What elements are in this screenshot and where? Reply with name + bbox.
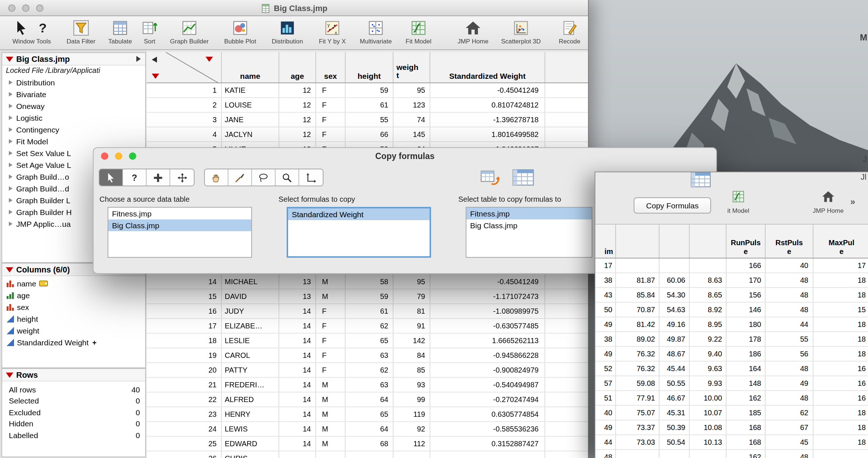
- column-item-standardized-weight[interactable]: Standardized Weight+: [2, 337, 145, 348]
- table-row[interactable]: 2LOUISE12F611230.8107424812: [147, 98, 589, 113]
- data-table-icon[interactable]: [690, 172, 711, 188]
- column-header-weight[interactable]: weigh t: [393, 52, 430, 82]
- sidebar-item-fit-model[interactable]: Fit Model: [2, 135, 145, 147]
- column-item-height[interactable]: height: [2, 313, 145, 325]
- cross-tool[interactable]: [147, 169, 170, 186]
- brush-tool[interactable]: [228, 169, 252, 186]
- column-header-age[interactable]: age: [279, 52, 316, 82]
- toolbar-item-bubble-plot[interactable]: Bubble Plot: [214, 19, 266, 45]
- sidebar-item-oneway[interactable]: Oneway: [2, 100, 145, 112]
- table-row[interactable]: 24LEWIS14M6492-0.585536236: [147, 422, 589, 437]
- sidebar-item-contingency[interactable]: Contingency: [2, 124, 145, 135]
- table-row[interactable]: 4473.0350.5410.131684518: [595, 435, 868, 450]
- list-item-big-class-jmp[interactable]: Big Class.jmp: [108, 219, 251, 231]
- list-item-fitness-jmp[interactable]: Fitness.jmp: [466, 208, 592, 219]
- target-table-list[interactable]: Fitness.jmpBig Class.jmp: [466, 207, 592, 258]
- table-row[interactable]: 5177.9146.6710.001624816: [595, 391, 868, 406]
- column-item-sex[interactable]: sex: [2, 301, 145, 313]
- table-row[interactable]: 171664017: [595, 258, 868, 273]
- column-header-name[interactable]: name: [222, 52, 279, 82]
- arrow-tool[interactable]: [99, 169, 123, 186]
- table-row[interactable]: 20PATTY14F6285-0.900824979: [147, 363, 589, 378]
- sidebar-item-distribution[interactable]: Distribution: [2, 77, 145, 88]
- red-triangle-icon[interactable]: [6, 372, 13, 377]
- table-cell: 50: [595, 303, 616, 317]
- copy-formulas-button[interactable]: Copy Formulas: [634, 197, 711, 214]
- table-row[interactable]: 15DAVID13M5979-1.171072473: [147, 289, 589, 304]
- column-header-hidden-1[interactable]: [616, 225, 659, 258]
- table-row[interactable]: 4816248: [595, 450, 868, 458]
- table-row[interactable]: 5070.8754.638.921464815: [595, 303, 868, 317]
- expand-right-icon[interactable]: [136, 56, 141, 62]
- list-item-standardized-weight[interactable]: Standardized Weight: [288, 208, 430, 220]
- source-table-list[interactable]: Fitness.jmpBig Class.jmp: [108, 207, 252, 258]
- list-item-fitness-jmp[interactable]: Fitness.jmp: [108, 208, 251, 219]
- column-header-rstpulse[interactable]: RstPuls e: [766, 225, 813, 258]
- column-header-hidden-3[interactable]: [690, 225, 727, 258]
- table-row[interactable]: 19CAROL14F6384-0.945866228: [147, 348, 589, 363]
- table-row[interactable]: 3881.8760.068.631704818: [595, 273, 868, 288]
- column-header-standardized-weight[interactable]: Standardized Weight: [430, 52, 545, 82]
- move-tool[interactable]: [170, 169, 194, 186]
- minimize-button[interactable]: [22, 4, 29, 12]
- zoom-button[interactable]: [36, 4, 43, 12]
- sidebar-item-logistic[interactable]: Logistic: [2, 112, 145, 124]
- magnifier-tool[interactable]: [276, 169, 299, 186]
- table-row[interactable]: 23HENRY14M651190.6305774854: [147, 407, 589, 422]
- toolbar-item-fit-model-partial[interactable]: it Model: [719, 190, 757, 214]
- table-row[interactable]: 5759.0850.559.931484916: [595, 376, 868, 391]
- hand-tool[interactable]: [205, 169, 228, 186]
- table-row[interactable]: 18LESLIE14F651421.6665262113: [147, 334, 589, 348]
- column-header-runpulse[interactable]: RunPuls e: [727, 225, 766, 258]
- table-corner-cell[interactable]: [147, 52, 222, 82]
- data-table-icon[interactable]: [512, 168, 534, 187]
- red-triangle-icon[interactable]: [6, 267, 13, 272]
- table-row[interactable]: 4981.4249.168.951804418: [595, 317, 868, 332]
- table-row[interactable]: 17ELIZABE…14F6291-0.630577485: [147, 319, 589, 334]
- table-row[interactable]: 3889.0249.879.221785518: [595, 332, 868, 347]
- column-header-height[interactable]: height: [346, 52, 393, 82]
- toolbar-item-graph-builder[interactable]: Graph Builder: [164, 19, 215, 45]
- help-tool[interactable]: ?: [123, 169, 147, 186]
- toolbar-item-recode[interactable]: Recode: [544, 19, 589, 45]
- table-row[interactable]: 25EDWARD14M681120.3152887427: [147, 437, 589, 451]
- toolbar-item-window-tools[interactable]: ?Window Tools: [6, 19, 57, 45]
- copy-table-icon[interactable]: [480, 168, 502, 187]
- table-row[interactable]: 26CHRIS: [147, 451, 589, 458]
- table-row[interactable]: 3JANE12F5574-1.396278718: [147, 113, 589, 127]
- column-item-name[interactable]: name: [2, 278, 145, 289]
- column-item-age[interactable]: age: [2, 289, 145, 301]
- column-item-weight[interactable]: weight: [2, 325, 145, 337]
- toolbar-item-jmp-home[interactable]: JMP Home: [811, 190, 846, 214]
- table-row[interactable]: 4JACLYN12F661451.8016499582: [147, 127, 589, 142]
- column-header-sex[interactable]: sex: [316, 52, 346, 82]
- column-header-maxpulse[interactable]: MaxPul e: [813, 225, 868, 258]
- list-item-big-class-jmp[interactable]: Big Class.jmp: [466, 219, 592, 231]
- toolbar-item-scatterplot-3d[interactable]: Scatterplot 3D: [495, 19, 547, 45]
- table-row[interactable]: 4075.0745.3110.071856218: [595, 406, 868, 420]
- table-row[interactable]: 4973.3750.3910.081686718: [595, 420, 868, 435]
- rows-menu-icon[interactable]: [152, 74, 159, 79]
- toolbar-item-fit-model[interactable]: Fit Model: [393, 19, 444, 45]
- table-row[interactable]: 4385.8454.308.651564818: [595, 288, 868, 303]
- red-triangle-icon[interactable]: [6, 56, 13, 61]
- table-row[interactable]: 22ALFRED14M6499-0.270247494: [147, 392, 589, 407]
- table-row[interactable]: 4976.3248.679.401865618: [595, 347, 868, 362]
- toolbar-item-jmp-home[interactable]: JMP Home: [447, 19, 499, 45]
- axes-tool[interactable]: [299, 169, 323, 186]
- table-row[interactable]: 1KATIE12F5995-0.45041249: [147, 83, 589, 98]
- table-row[interactable]: 16JUDY14F6181-1.080989975: [147, 304, 589, 319]
- formulas-list[interactable]: Standardized Weight: [287, 207, 431, 258]
- toolbar-item-distribution[interactable]: Distribution: [262, 19, 313, 45]
- table-row[interactable]: 21FREDERI…14M6393-0.540494987: [147, 378, 589, 392]
- lasso-tool[interactable]: [252, 169, 276, 186]
- column-header-hidden-2[interactable]: [659, 225, 690, 258]
- close-button[interactable]: [8, 4, 15, 12]
- column-header-im[interactable]: im: [595, 225, 616, 258]
- collapse-left-icon[interactable]: [152, 57, 157, 63]
- table-row[interactable]: 5276.3245.449.631644816: [595, 362, 868, 376]
- sidebar-item-bivariate[interactable]: Bivariate: [2, 88, 145, 100]
- table-row[interactable]: 14MICHAEL13M5895-0.45041249: [147, 275, 589, 289]
- columns-menu-icon[interactable]: [206, 57, 213, 62]
- toolbar-overflow-chevron[interactable]: »: [850, 197, 855, 207]
